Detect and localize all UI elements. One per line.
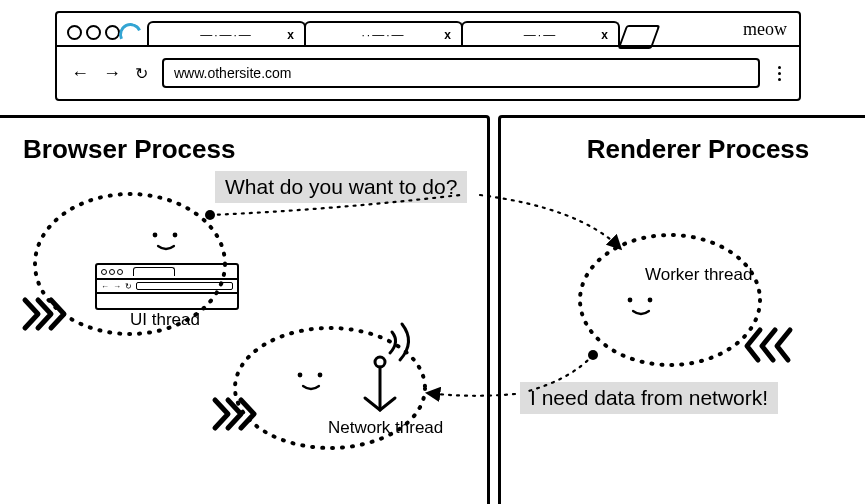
ui-thread-label: UI thread (130, 310, 200, 330)
back-button[interactable]: ← (71, 63, 89, 84)
tab-2[interactable]: ··—·— x (304, 21, 463, 47)
worker-thread-label: Worker thread (645, 265, 752, 285)
browser-window: —·—·— x ··—·— x —·— x meow ← → ↻ www.oth… (55, 11, 801, 101)
reload-button[interactable]: ↻ (135, 64, 148, 83)
tab-3-title: —·— (524, 28, 557, 42)
tab-2-close-icon[interactable]: x (444, 28, 451, 42)
tab-2-title: ··—·— (361, 28, 405, 42)
nav-toolbar: ← → ↻ www.othersite.com (57, 47, 799, 99)
tab-3[interactable]: —·— x (461, 21, 620, 47)
url-bar[interactable]: www.othersite.com (162, 58, 760, 88)
mini-browser-icon: ←→↻ (95, 263, 239, 310)
network-thread-label: Network thread (328, 418, 443, 438)
traffic-lights (67, 25, 120, 40)
renderer-process-title: Renderer Process (525, 134, 865, 165)
browser-process-title: Browser Process (23, 134, 487, 165)
tab-1-close-icon[interactable]: x (287, 28, 294, 42)
meow-label: meow (743, 19, 787, 40)
forward-button[interactable]: → (103, 63, 121, 84)
url-text: www.othersite.com (174, 65, 291, 81)
menu-button[interactable] (774, 66, 785, 81)
speech-question: What do you want to do? (215, 171, 467, 203)
tab-1-title: —·—·— (200, 28, 253, 42)
speech-answer: I need data from network! (520, 382, 778, 414)
tab-1[interactable]: —·—·— x (147, 21, 306, 47)
tab-3-close-icon[interactable]: x (601, 28, 608, 42)
renderer-process-box: Renderer Process (498, 115, 865, 504)
